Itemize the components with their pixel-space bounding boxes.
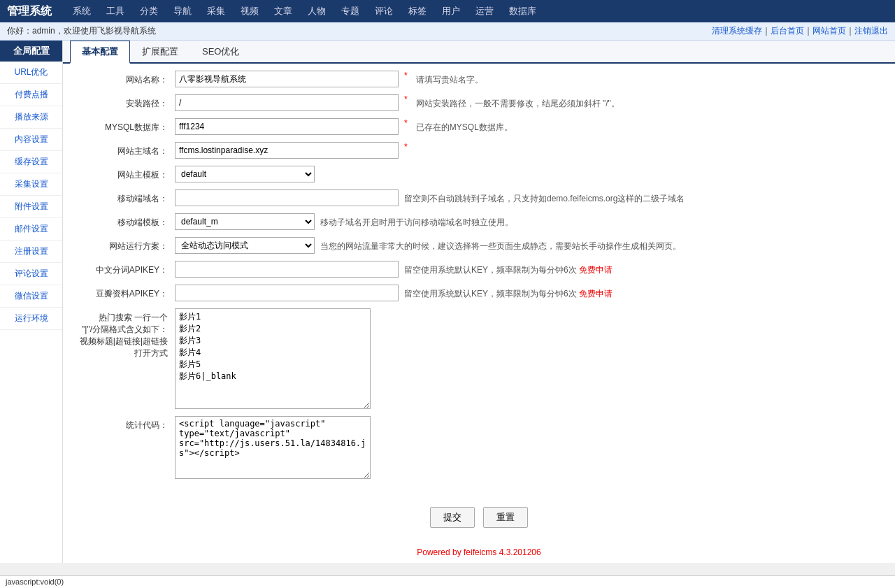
form-row-install-path: 安装路径：*网站安装路径，一般不需要修改，结尾必须加斜杆 "/"。 bbox=[77, 94, 881, 111]
form-control-site-name: *请填写贵站名字。 bbox=[175, 71, 881, 87]
douban-api-key-input[interactable] bbox=[175, 285, 399, 301]
stat-code-textarea[interactable] bbox=[175, 416, 371, 479]
welcome-link-2[interactable]: 网站首页 bbox=[812, 26, 846, 36]
top-nav-item-用户[interactable]: 用户 bbox=[435, 2, 467, 20]
form-row-site-name: 网站名称：*请填写贵站名字。 bbox=[77, 71, 881, 87]
form-label-site-mode: 网站运行方案： bbox=[77, 237, 175, 252]
required-star-install-path: * bbox=[404, 94, 408, 104]
top-nav-item-分类[interactable]: 分类 bbox=[133, 2, 165, 20]
welcome-text: 你好：admin，欢迎使用飞影视导航系统 bbox=[7, 25, 156, 37]
sidebar-item-采集设置[interactable]: 采集设置 bbox=[0, 173, 62, 196]
form-row-site-domain: 网站主域名：* bbox=[77, 142, 881, 159]
hint-douban-api-key: 留空使用系统默认KEY，频率限制为每分钟6次 免费申请 bbox=[404, 285, 613, 300]
sidebar-item-播放来源[interactable]: 播放来源 bbox=[0, 106, 62, 129]
form-row-mysql-db: MYSQL数据库：*已存在的MYSQL数据库。 bbox=[77, 118, 881, 135]
sidebar-item-运行环境[interactable]: 运行环境 bbox=[0, 308, 62, 330]
hint-link-cn-api-key[interactable]: 免费申请 bbox=[579, 265, 613, 275]
form-control-hot-search bbox=[175, 308, 881, 409]
form-label-site-name: 网站名称： bbox=[77, 71, 175, 86]
form-label-douban-api-key: 豆瓣资料APIKEY： bbox=[77, 285, 175, 300]
hint-site-name: 请填写贵站名字。 bbox=[416, 71, 483, 86]
form-label-mobile-template: 移动端模板： bbox=[77, 213, 175, 229]
form-row-douban-api-key: 豆瓣资料APIKEY：留空使用系统默认KEY，频率限制为每分钟6次 免费申请 bbox=[77, 285, 881, 301]
form-row-mobile-template: 移动端模板：default_m移动子域名开启时用于访问移动端域名时独立使用。 bbox=[77, 213, 881, 230]
top-nav-item-数据库[interactable]: 数据库 bbox=[502, 2, 543, 20]
form-row-site-template: 网站主模板：default bbox=[77, 166, 881, 182]
site-template-select[interactable]: default bbox=[175, 166, 315, 182]
sidebar-section-title: 全局配置 bbox=[0, 41, 62, 62]
site-name-input[interactable] bbox=[175, 71, 399, 87]
sidebar-item-内容设置[interactable]: 内容设置 bbox=[0, 129, 62, 151]
sidebar-item-邮件设置[interactable]: 邮件设置 bbox=[0, 218, 62, 241]
top-nav: 系统工具分类导航采集视频文章人物专题评论标签用户运营数据库 bbox=[66, 2, 543, 20]
install-path-input[interactable] bbox=[175, 94, 399, 111]
tab-基本配置[interactable]: 基本配置 bbox=[70, 41, 130, 64]
form-label-install-path: 安装路径： bbox=[77, 94, 175, 110]
submit-button[interactable]: 提交 bbox=[430, 507, 475, 528]
hint-link-douban-api-key[interactable]: 免费申请 bbox=[579, 289, 613, 299]
mobile-domain-input[interactable] bbox=[175, 189, 399, 206]
form-row-hot-search: 热门搜索 一行一个"|"/分隔格式含义如下：视频标题|超链接|超链接打开方式 bbox=[77, 308, 881, 409]
reset-button[interactable]: 重置 bbox=[483, 507, 528, 528]
form-control-site-domain: * bbox=[175, 142, 881, 159]
form-label-cn-api-key: 中文分词APIKEY： bbox=[77, 261, 175, 276]
top-nav-item-系统[interactable]: 系统 bbox=[66, 2, 98, 20]
top-nav-item-评论[interactable]: 评论 bbox=[368, 2, 400, 20]
welcome-link-1[interactable]: 后台首页 bbox=[771, 26, 804, 36]
form-control-mysql-db: *已存在的MYSQL数据库。 bbox=[175, 118, 881, 135]
form-row-stat-code: 统计代码： bbox=[77, 416, 881, 479]
hint-site-mode: 当您的网站流量非常大的时候，建议选择将一些页面生成静态，需要站长手动操作生成相关… bbox=[320, 237, 681, 252]
top-nav-item-采集[interactable]: 采集 bbox=[200, 2, 232, 20]
form-control-douban-api-key: 留空使用系统默认KEY，频率限制为每分钟6次 免费申请 bbox=[175, 285, 881, 301]
site-mode-select[interactable]: 全站动态访问模式 bbox=[175, 237, 315, 254]
tab-扩展配置[interactable]: 扩展配置 bbox=[130, 41, 190, 64]
site-domain-input[interactable] bbox=[175, 142, 399, 159]
tabs: 基本配置扩展配置SEO优化 bbox=[63, 41, 895, 64]
cn-api-key-input[interactable] bbox=[175, 261, 399, 278]
form-label-mobile-domain: 移动端域名： bbox=[77, 189, 175, 205]
form-label-site-domain: 网站主域名： bbox=[77, 142, 175, 157]
top-nav-item-工具[interactable]: 工具 bbox=[99, 2, 131, 20]
sidebar-item-缓存设置[interactable]: 缓存设置 bbox=[0, 151, 62, 173]
form-row-cn-api-key: 中文分词APIKEY：留空使用系统默认KEY，频率限制为每分钟6次 免费申请 bbox=[77, 261, 881, 278]
header: 管理系统 系统工具分类导航采集视频文章人物专题评论标签用户运营数据库 bbox=[0, 0, 895, 22]
sidebar-item-微信设置[interactable]: 微信设置 bbox=[0, 285, 62, 308]
footer: Powered by feifeicms 4.3.201206 bbox=[63, 542, 895, 563]
form-control-mobile-domain: 留空则不自动跳转到子域名，只支持如demo.feifeicms.org这样的二级… bbox=[175, 189, 881, 206]
form-label-mysql-db: MYSQL数据库： bbox=[77, 118, 175, 134]
hint-mobile-template: 移动子域名开启时用于访问移动端域名时独立使用。 bbox=[320, 213, 513, 229]
sidebar-item-URL优化[interactable]: URL优化 bbox=[0, 62, 62, 84]
form-control-site-mode: 全站动态访问模式当您的网站流量非常大的时候，建议选择将一些页面生成静态，需要站长… bbox=[175, 237, 881, 254]
form-label-stat-code: 统计代码： bbox=[77, 416, 175, 431]
top-nav-item-视频[interactable]: 视频 bbox=[234, 2, 266, 20]
welcome-link-3[interactable]: 注销退出 bbox=[854, 26, 888, 36]
form-row-site-mode: 网站运行方案：全站动态访问模式当您的网站流量非常大的时候，建议选择将一些页面生成… bbox=[77, 237, 881, 254]
hot-search-textarea[interactable] bbox=[175, 308, 371, 409]
top-nav-item-标签[interactable]: 标签 bbox=[401, 2, 434, 20]
hint-mysql-db: 已存在的MYSQL数据库。 bbox=[416, 118, 513, 134]
form-area: 网站名称：*请填写贵站名字。安装路径：*网站安装路径，一般不需要修改，结尾必须加… bbox=[63, 64, 895, 493]
submit-row: 提交 重置 bbox=[63, 493, 895, 542]
sidebar-item-附件设置[interactable]: 附件设置 bbox=[0, 196, 62, 218]
form-control-cn-api-key: 留空使用系统默认KEY，频率限制为每分钟6次 免费申请 bbox=[175, 261, 881, 278]
mysql-db-input[interactable] bbox=[175, 118, 399, 135]
top-nav-item-导航[interactable]: 导航 bbox=[166, 2, 199, 20]
top-nav-item-专题[interactable]: 专题 bbox=[334, 2, 366, 20]
hint-mobile-domain: 留空则不自动跳转到子域名，只支持如demo.feifeicms.org这样的二级… bbox=[404, 189, 685, 205]
sidebar-item-付费点播[interactable]: 付费点播 bbox=[0, 84, 62, 106]
welcome-link-0[interactable]: 清理系统缓存 bbox=[712, 26, 762, 36]
form-label-hot-search: 热门搜索 一行一个"|"/分隔格式含义如下：视频标题|超链接|超链接打开方式 bbox=[77, 308, 175, 359]
sidebar: 全局配置 URL优化付费点播播放来源内容设置缓存设置采集设置附件设置邮件设置注册… bbox=[0, 41, 63, 563]
form-control-mobile-template: default_m移动子域名开启时用于访问移动端域名时独立使用。 bbox=[175, 213, 881, 230]
top-nav-item-文章[interactable]: 文章 bbox=[267, 2, 299, 20]
tab-SEO优化[interactable]: SEO优化 bbox=[190, 41, 251, 64]
top-nav-item-人物[interactable]: 人物 bbox=[301, 2, 333, 20]
sidebar-item-注册设置[interactable]: 注册设置 bbox=[0, 241, 62, 263]
form-label-site-template: 网站主模板： bbox=[77, 166, 175, 181]
form-row-mobile-domain: 移动端域名：留空则不自动跳转到子域名，只支持如demo.feifeicms.or… bbox=[77, 189, 881, 206]
sidebar-item-评论设置[interactable]: 评论设置 bbox=[0, 263, 62, 285]
content-area: 基本配置扩展配置SEO优化 网站名称：*请填写贵站名字。安装路径：*网站安装路径… bbox=[63, 41, 895, 563]
mobile-template-select[interactable]: default_m bbox=[175, 213, 315, 230]
top-nav-item-运营[interactable]: 运营 bbox=[468, 2, 501, 20]
form-control-site-template: default bbox=[175, 166, 881, 182]
